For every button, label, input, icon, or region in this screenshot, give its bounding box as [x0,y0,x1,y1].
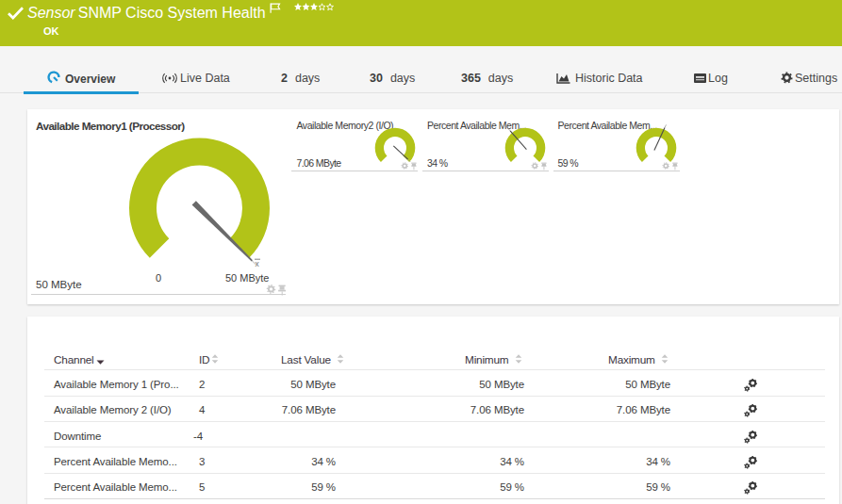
svg-text:x: x [256,259,260,268]
